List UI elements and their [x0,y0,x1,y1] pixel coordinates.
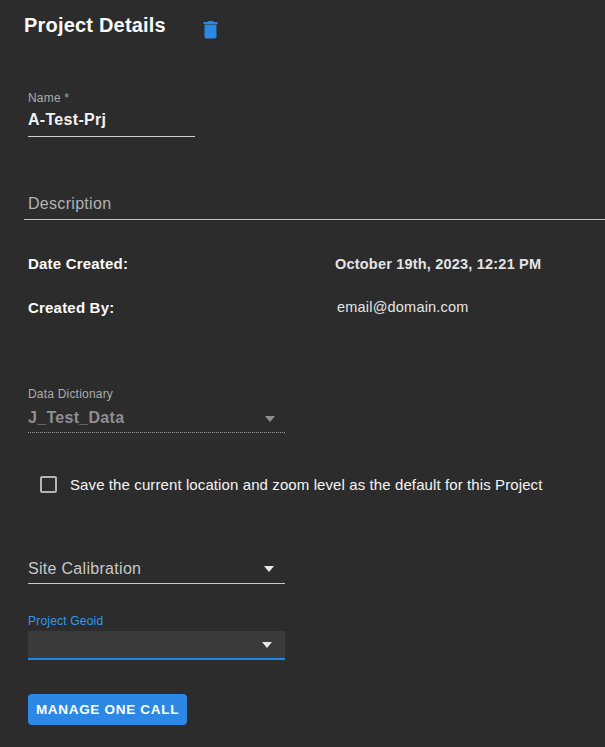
project-geoid-label: Project Geoid [28,614,103,628]
delete-project-button[interactable] [199,18,221,42]
description-input-label[interactable]: Description [28,195,111,213]
created-by-label: Created By: [28,299,114,316]
save-default-checkbox[interactable] [40,476,57,493]
name-field-label: Name * [28,91,69,105]
date-created-label: Date Created: [28,255,128,272]
data-dictionary-chevron-down-icon [265,416,275,422]
save-default-checkbox-row[interactable]: Save the current location and zoom level… [40,476,542,493]
manage-one-call-button[interactable]: MANAGE ONE CALL [28,694,187,725]
data-dictionary-underline [28,432,285,433]
site-calibration-chevron-down-icon [264,566,274,572]
trash-icon [202,27,219,42]
page-title: Project Details [24,14,166,37]
data-dictionary-select: J_Test_Data [28,409,124,427]
name-input[interactable]: A-Test-Prj [28,111,106,129]
data-dictionary-label: Data Dictionary [28,387,113,401]
project-geoid-select[interactable] [28,631,285,660]
description-input-underline [24,219,605,220]
project-geoid-chevron-down-icon [262,642,272,648]
created-by-value: email@domain.com [337,299,469,315]
site-calibration-underline [28,583,285,584]
site-calibration-select[interactable]: Site Calibration [28,560,141,578]
save-default-checkbox-label: Save the current location and zoom level… [70,476,542,493]
name-input-underline [28,136,195,137]
date-created-value: October 19th, 2023, 12:21 PM [335,256,541,272]
